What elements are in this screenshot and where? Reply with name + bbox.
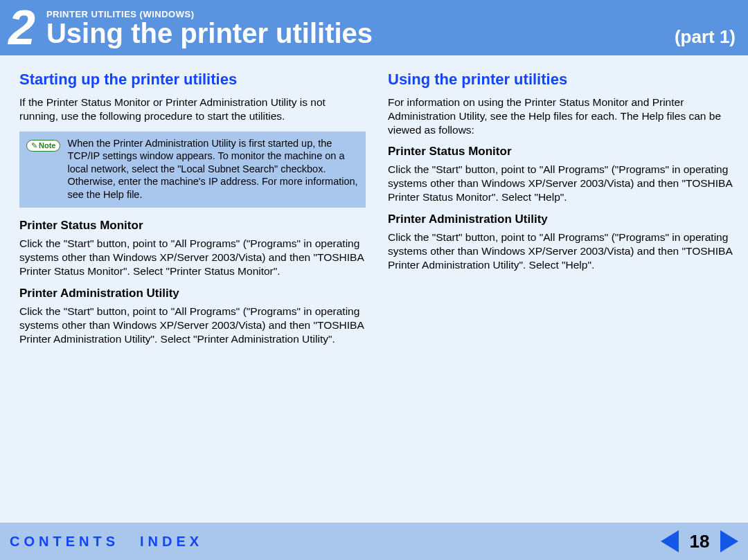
note-box: ✎ Note When the Printer Administration U… (19, 132, 366, 208)
chapter-number: 2 (0, 0, 46, 55)
index-link[interactable]: INDEX (140, 534, 203, 550)
contents-link[interactable]: CONTENTS (10, 534, 119, 550)
left-sec2-title: Printer Administration Utility (19, 287, 366, 300)
title-row: Using the printer utilities (part 1) (46, 18, 748, 49)
next-page-icon[interactable] (720, 530, 738, 552)
left-intro: If the Printer Status Monitor or Printer… (19, 96, 366, 123)
right-intro: For information on using the Printer Sta… (388, 96, 734, 136)
right-sec1-body: Click the "Start" button, point to "All … (388, 163, 734, 204)
footer-nav: 18 (661, 530, 738, 552)
header-text-block: PRINTER UTILITIES (WINDOWS) Using the pr… (46, 0, 748, 55)
content-area: Starting up the printer utilities If the… (0, 55, 748, 361)
note-body: When the Printer Administration Utility … (67, 137, 359, 201)
left-heading: Starting up the printer utilities (19, 71, 366, 89)
page-header: 2 PRINTER UTILITIES (WINDOWS) Using the … (0, 0, 748, 55)
page-title: Using the printer utilities (46, 18, 373, 49)
note-label: Note (39, 141, 55, 150)
right-sec2-title: Printer Administration Utility (388, 213, 734, 226)
left-column: Starting up the printer utilities If the… (19, 71, 366, 354)
left-sec1-title: Printer Status Monitor (19, 219, 366, 233)
prev-page-icon[interactable] (661, 530, 679, 552)
part-label: (part 1) (675, 26, 736, 48)
right-sec1-title: Printer Status Monitor (388, 145, 734, 159)
page-number: 18 (687, 531, 712, 552)
left-sec2-body: Click the "Start" button, point to "All … (19, 305, 366, 345)
note-icon: ✎ Note (26, 140, 60, 152)
right-column: Using the printer utilities For informat… (388, 71, 734, 354)
right-heading: Using the printer utilities (388, 71, 734, 89)
left-sec1-body: Click the "Start" button, point to "All … (19, 237, 366, 278)
right-sec2-body: Click the "Start" button, point to "All … (388, 231, 734, 271)
pencil-icon: ✎ (31, 141, 37, 150)
footer-bar: CONTENTS INDEX 18 (0, 523, 748, 560)
